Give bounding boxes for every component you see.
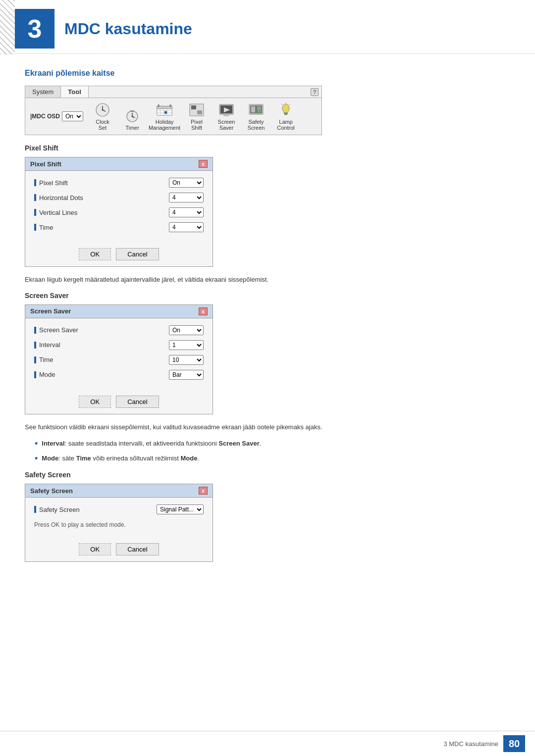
pixel-shift-row-2: Vertical Lines 428	[34, 207, 204, 217]
toolbar-icon-pixel-shift[interactable]: Pixel Shift	[184, 102, 209, 131]
svg-point-35	[282, 104, 289, 113]
toolbar-icons: Clock Set Timer	[90, 102, 298, 131]
screen-saver-dialog-footer: OK Cancel	[25, 392, 213, 414]
screen-saver-dialog-title: Screen Saver	[30, 307, 71, 315]
safety-screen-dialog: Safety Screen x Safety Screen Signal Pat…	[25, 484, 213, 562]
footer-text: 3 MDC kasutamine	[443, 740, 498, 748]
svg-rect-31	[257, 106, 261, 112]
chapter-title: MDC kasutamine	[64, 20, 192, 38]
svg-rect-5	[130, 110, 134, 112]
pixel-shift-ok-button[interactable]: OK	[79, 248, 111, 260]
tab-tool[interactable]: Tool	[61, 86, 88, 98]
clock-set-label2: Set	[99, 125, 107, 131]
screen-saver-label: Screen	[218, 119, 235, 125]
mdc-osd-select[interactable]: On Off	[62, 111, 83, 121]
timer-label: Timer	[125, 125, 139, 131]
pixel-shift-dialog-title: Pixel Shift	[30, 160, 61, 168]
pixel-shift-select-3[interactable]: 428	[169, 222, 204, 232]
svg-rect-17	[169, 104, 171, 107]
pixel-shift-dialog-footer: OK Cancel	[25, 244, 213, 266]
bar-icon-2	[34, 209, 36, 216]
svg-rect-26	[219, 113, 223, 114]
safety-label-0: Safety Screen	[34, 506, 80, 513]
toolbar-icon-holiday[interactable]: Holiday Management	[150, 102, 179, 131]
pixel-shift-cancel-button[interactable]: Cancel	[116, 248, 159, 260]
svg-rect-37	[284, 114, 287, 115]
safety-screen-ok-button[interactable]: OK	[79, 543, 111, 555]
pixel-shift-row-0: Pixel Shift OnOff	[34, 178, 204, 188]
safety-screen-label: Safety	[248, 119, 264, 125]
ss-bar-3	[34, 371, 36, 378]
help-button[interactable]: ?	[311, 88, 319, 96]
toolbar-icon-safety-screen[interactable]: Safety Screen	[244, 102, 268, 131]
safety-screen-title: Safety Screen	[25, 471, 510, 479]
bullet-dot-0: •	[35, 439, 38, 450]
bar-icon-0	[34, 179, 36, 186]
screen-saver-label2: Saver	[219, 125, 234, 131]
toolbar-icon-lamp-control[interactable]: Lamp Control	[273, 102, 298, 131]
pixel-shift-close-button[interactable]: x	[199, 160, 208, 168]
pixel-shift-select-1[interactable]: 428	[169, 193, 204, 202]
toolbar-icon-clock-set[interactable]: Clock Set	[90, 102, 115, 131]
bullet-text-0: Interval: saate seadistada intervalli, e…	[42, 439, 261, 449]
toolbar-icon-timer[interactable]: Timer	[120, 108, 145, 131]
ss-bar-2	[34, 356, 36, 363]
safety-screen-close-button[interactable]: x	[199, 487, 208, 495]
bullet-list: • Interval: saate seadistada intervalli,…	[35, 439, 510, 464]
svg-rect-30	[251, 106, 255, 112]
bar-icon-1	[34, 194, 36, 201]
pixel-shift-label-1: Horizontal Dots	[34, 194, 83, 202]
pixel-shift-label: Pixel	[191, 119, 203, 125]
svg-line-39	[289, 104, 290, 105]
tab-system[interactable]: System	[25, 86, 61, 98]
pixel-shift-select-0[interactable]: OnOff	[169, 178, 204, 188]
safety-screen-dialog-title: Safety Screen	[30, 487, 73, 495]
section-title: Ekraani põlemise kaitse	[25, 69, 510, 79]
safety-screen-cancel-button[interactable]: Cancel	[116, 543, 159, 555]
pixel-shift-description: Ekraan liigub kergelt määratletud ajaint…	[25, 275, 510, 285]
diagonal-pattern	[0, 0, 15, 54]
pixel-shift-row-3: Time 428	[34, 222, 204, 232]
screen-saver-row-0: Screen Saver OnOff	[34, 325, 204, 335]
lamp-control-icon	[277, 102, 295, 118]
toolbar-body: |MDC OSD On Off	[25, 98, 321, 135]
screen-saver-icon	[217, 102, 235, 118]
ss-bar-0	[34, 327, 36, 334]
pixel-shift-label-3: Time	[34, 224, 53, 231]
holiday-label2: Management	[149, 125, 180, 131]
toolbar-panel: System Tool ? |MDC OSD On Off	[25, 86, 322, 135]
ss-select-2[interactable]: 10515	[169, 355, 204, 365]
ss-select-3[interactable]: BarPixelRolling	[169, 370, 204, 380]
screen-saver-cancel-button[interactable]: Cancel	[116, 396, 159, 408]
safety-screen-label2: Screen	[248, 125, 265, 131]
safety-screen-dialog-body: Safety Screen Signal Patt...WhiteScroll …	[25, 498, 213, 539]
screen-saver-description: See funktsioon väldib ekraani sissepõlem…	[25, 422, 510, 432]
svg-point-27	[223, 115, 229, 116]
svg-rect-20	[191, 105, 196, 109]
toolbar-icon-screen-saver[interactable]: Screen Saver	[214, 102, 239, 131]
pixel-shift-title: Pixel Shift	[25, 144, 510, 152]
clock-set-icon	[94, 102, 111, 118]
screen-saver-close-button[interactable]: x	[199, 307, 208, 315]
ss-select-1[interactable]: 125	[169, 340, 204, 350]
clock-set-label: Clock	[96, 119, 109, 125]
safety-bar-0	[34, 506, 36, 513]
screen-saver-row-1: Interval 125	[34, 340, 204, 350]
svg-rect-36	[284, 112, 288, 114]
chapter-number: 3	[28, 16, 42, 42]
safety-select-0[interactable]: Signal Patt...WhiteScroll	[157, 504, 204, 514]
screen-saver-dialog: Screen Saver x Screen Saver OnOff Interv…	[25, 304, 213, 414]
ss-select-0[interactable]: OnOff	[169, 325, 204, 335]
page-footer: 3 MDC kasutamine 80	[0, 731, 535, 756]
screen-saver-row-3: Mode BarPixelRolling	[34, 370, 204, 380]
svg-rect-21	[197, 110, 202, 114]
screen-saver-ok-button[interactable]: OK	[79, 396, 111, 408]
lamp-control-label: Lamp	[279, 119, 293, 125]
pixel-shift-label-2: Vertical Lines	[34, 209, 77, 216]
mdc-osd-control: |MDC OSD On Off	[30, 111, 83, 121]
lamp-control-label2: Control	[277, 125, 294, 131]
pixel-shift-select-2[interactable]: 428	[169, 207, 204, 217]
ss-bar-1	[34, 342, 36, 349]
mdc-osd-label: |MDC OSD	[30, 113, 60, 120]
holiday-label: Holiday	[156, 119, 174, 125]
